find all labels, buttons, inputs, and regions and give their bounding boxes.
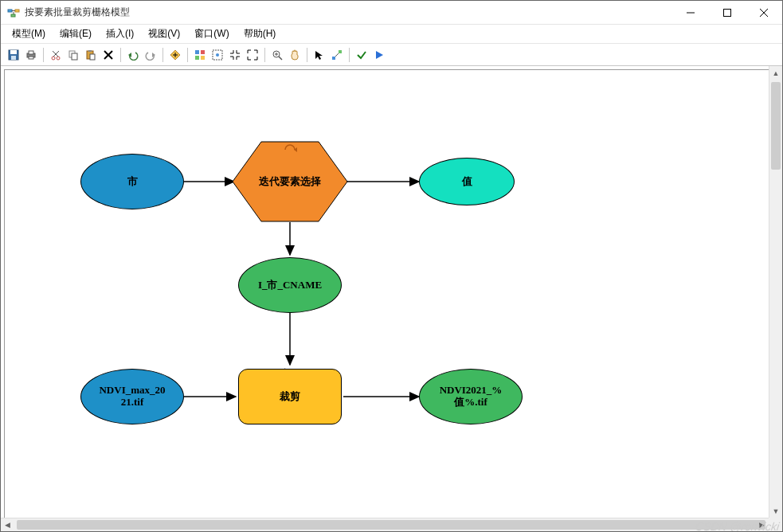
model-canvas[interactable]: 市 迭代要素选择 值 I_市_CNAME NDVI_max_20 21.tif …: [4, 69, 779, 528]
node-selected-feature[interactable]: I_市_CNAME: [238, 257, 342, 313]
toolbar-separator: [187, 48, 188, 62]
zoom-in-icon[interactable]: [269, 47, 285, 63]
menu-window[interactable]: 窗口(W): [188, 25, 235, 43]
window-controls: [672, 1, 782, 24]
scroll-left-icon[interactable]: ◀: [1, 518, 14, 531]
close-button[interactable]: [746, 1, 782, 24]
node-label: NDVI_max_20 21.tif: [94, 385, 170, 409]
svg-rect-29: [195, 50, 199, 54]
node-clip-tool[interactable]: 裁剪: [238, 369, 342, 424]
svg-point-34: [216, 53, 219, 57]
title-bar[interactable]: 按要素批量裁剪栅格模型: [1, 1, 782, 25]
node-iterator[interactable]: 迭代要素选择: [233, 142, 347, 221]
node-label: I_市_CNAME: [253, 280, 327, 291]
svg-rect-41: [339, 50, 342, 53]
auto-layout-icon[interactable]: [192, 47, 208, 63]
toolbar-separator: [307, 48, 307, 62]
full-extent-icon[interactable]: [209, 47, 225, 63]
svg-rect-2: [11, 14, 15, 17]
toolbar-separator: [349, 48, 350, 62]
svg-rect-8: [10, 50, 17, 54]
run-icon[interactable]: [371, 47, 387, 63]
paste-icon[interactable]: [83, 47, 99, 63]
svg-rect-18: [72, 53, 77, 60]
undo-icon[interactable]: [125, 47, 141, 63]
horizontal-scrollbar[interactable]: ◀ ▶: [1, 518, 769, 531]
svg-line-16: [53, 51, 58, 57]
watermark: CSDN @ronvicki: [695, 520, 780, 531]
fixed-zoom-out-icon[interactable]: [245, 47, 260, 63]
svg-rect-12: [29, 57, 33, 59]
window-title: 按要素批量裁剪栅格模型: [25, 6, 672, 19]
svg-point-14: [57, 57, 60, 60]
scroll-thumb[interactable]: [771, 82, 781, 170]
add-data-icon[interactable]: [167, 47, 183, 63]
svg-rect-4: [724, 9, 731, 16]
svg-rect-1: [15, 10, 19, 12]
node-label: 值: [457, 176, 477, 188]
menu-bar: 模型(M) 编辑(E) 插入(I) 视图(V) 窗口(W) 帮助(H): [1, 25, 782, 44]
scroll-down-icon[interactable]: ▼: [769, 504, 782, 518]
node-label: NDVI2021_% 值%.tif: [435, 385, 507, 409]
node-input-raster[interactable]: NDVI_max_20 21.tif: [80, 369, 184, 424]
delete-icon[interactable]: [100, 47, 116, 63]
print-icon[interactable]: [23, 47, 39, 63]
svg-marker-43: [376, 51, 383, 59]
scroll-thumb[interactable]: [17, 520, 765, 530]
toolbar-separator: [264, 48, 265, 62]
svg-rect-9: [11, 56, 16, 60]
cut-icon[interactable]: [48, 47, 64, 63]
svg-line-15: [53, 51, 59, 57]
svg-rect-40: [332, 57, 335, 60]
scroll-up-icon[interactable]: ▲: [769, 66, 782, 80]
node-output-raster[interactable]: NDVI2021_% 值%.tif: [419, 369, 523, 424]
svg-rect-0: [8, 10, 12, 12]
vertical-scrollbar[interactable]: ▲ ▼: [769, 66, 782, 518]
svg-rect-20: [88, 50, 92, 52]
node-label: 裁剪: [275, 391, 305, 403]
svg-line-42: [335, 53, 339, 57]
toolbar-separator: [43, 48, 44, 62]
node-input-city[interactable]: 市: [80, 154, 184, 209]
toolbar-separator: [162, 48, 163, 62]
copy-icon[interactable]: [65, 47, 81, 63]
redo-icon[interactable]: [143, 47, 159, 63]
select-icon[interactable]: [311, 47, 327, 63]
menu-help[interactable]: 帮助(H): [237, 25, 283, 43]
svg-rect-21: [90, 54, 95, 60]
svg-rect-32: [201, 56, 205, 60]
svg-rect-11: [29, 51, 33, 54]
minimize-button[interactable]: [672, 1, 709, 24]
connect-icon[interactable]: [329, 47, 345, 63]
modelbuilder-window: 按要素批量裁剪栅格模型 模型(M) 编辑(E) 插入(I) 视图(V) 窗口(W…: [0, 0, 783, 532]
canvas-area: 市 迭代要素选择 值 I_市_CNAME NDVI_max_20 21.tif …: [1, 66, 782, 531]
fixed-zoom-in-icon[interactable]: [227, 47, 243, 63]
menu-view[interactable]: 视图(V): [142, 25, 186, 43]
save-icon[interactable]: [6, 47, 22, 63]
svg-line-36: [279, 57, 282, 60]
maximize-button[interactable]: [709, 1, 746, 24]
svg-marker-39: [315, 51, 323, 60]
node-label: 迭代要素选择: [254, 176, 326, 188]
menu-edit[interactable]: 编辑(E): [53, 25, 98, 43]
svg-rect-30: [201, 50, 205, 54]
menu-insert[interactable]: 插入(I): [100, 25, 140, 43]
toolbar: [1, 44, 782, 66]
toolbar-separator: [120, 48, 121, 62]
model-diagram: [5, 70, 778, 527]
menu-model[interactable]: 模型(M): [6, 25, 52, 43]
validate-icon[interactable]: [354, 47, 370, 63]
app-icon: [7, 6, 20, 19]
svg-rect-31: [195, 56, 199, 60]
node-label: 市: [123, 176, 143, 188]
svg-point-13: [52, 57, 55, 60]
node-value[interactable]: 值: [419, 158, 515, 205]
pan-icon[interactable]: [287, 47, 303, 63]
